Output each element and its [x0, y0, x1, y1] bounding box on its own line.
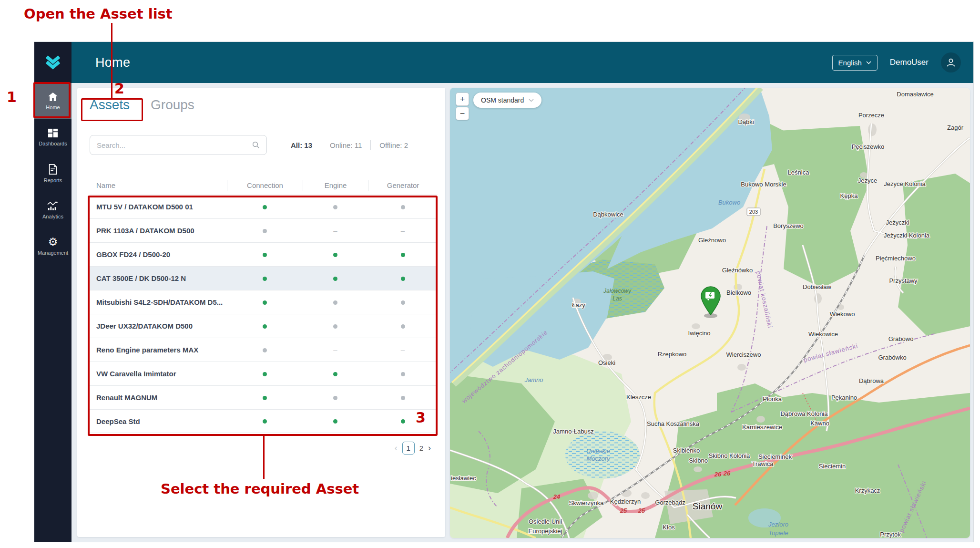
pagination-page-2[interactable]: 2 — [419, 444, 423, 452]
connection-status — [227, 322, 303, 331]
column-header-generator[interactable]: Generator — [368, 180, 438, 191]
status-dot-icon — [333, 253, 337, 257]
map-label: 25 — [620, 507, 627, 514]
sidebar-item-home[interactable]: Home — [34, 83, 71, 119]
asset-name[interactable]: Reno Engine parameters MAX — [90, 346, 227, 354]
map-panel[interactable]: + − OSM standard — [450, 88, 970, 538]
map-zoom-out-button[interactable]: − — [456, 107, 469, 120]
language-selector[interactable]: English — [832, 55, 878, 71]
asset-name[interactable]: VW Caravella Imimtator — [90, 370, 227, 378]
status-dot-icon — [263, 300, 267, 305]
sidebar-item-analytics[interactable]: Analytics — [34, 192, 71, 228]
asset-name[interactable]: Renault MAGNUM — [90, 393, 227, 402]
annotation-open-asset-list: Open the Asset list — [24, 6, 173, 22]
map-label: Skibno Kolonia — [709, 452, 750, 459]
map-label: Rzepkowo — [658, 351, 687, 358]
asset-name[interactable]: GBOX FD24 / D500-20 — [90, 250, 227, 258]
asset-name[interactable]: MTU 5V / DATAKOM D500 01 — [90, 203, 227, 211]
tab-groups[interactable]: Groups — [151, 97, 194, 113]
asset-name[interactable]: PRK 1103A / DATAKOM D500 — [90, 227, 227, 235]
status-dot-icon — [401, 396, 405, 400]
map-label: Jeżyczki — [886, 219, 909, 226]
filter-online[interactable]: Online: 11 — [330, 141, 362, 149]
filter-offline[interactable]: Offline: 2 — [379, 141, 408, 149]
generator-status — [368, 274, 438, 283]
sidebar-item-label: Dashboards — [39, 141, 67, 146]
status-dot-icon — [401, 300, 405, 305]
connection-status — [227, 250, 303, 259]
table-row[interactable]: CAT 3500E / DK D500-12 N — [90, 266, 438, 290]
map-label: Gleźnówko — [722, 267, 753, 274]
map-label: Dąbki — [738, 118, 754, 125]
map-label: Iwięcino — [688, 330, 711, 337]
map-label: Kłos — [663, 524, 675, 531]
search-input[interactable] — [97, 141, 252, 149]
map-label: Sucha Koszalińska — [647, 420, 700, 427]
map-layer-selector[interactable]: OSM standard — [473, 93, 541, 108]
map-label: Bukowo Morskie — [741, 181, 786, 188]
pagination-next-icon[interactable]: › — [428, 443, 431, 453]
generator-status — [368, 393, 438, 402]
map-zoom-in-button[interactable]: + — [456, 93, 469, 106]
engine-status — [303, 417, 368, 425]
filter-divider — [321, 140, 321, 150]
filter-all[interactable]: All: 13 — [291, 141, 312, 149]
status-dot-icon — [401, 277, 405, 281]
map-label: Pięćmiechowo — [876, 255, 916, 262]
user-avatar[interactable] — [941, 52, 961, 72]
table-row[interactable]: MTU 5V / DATAKOM D500 01 — [90, 195, 438, 218]
app-logo[interactable] — [34, 42, 71, 83]
column-header-name[interactable]: Name — [90, 180, 227, 191]
sidebar-item-label: Home — [46, 104, 60, 110]
table-row[interactable]: Mitsubishi S4L2-SDH/DATAKOM D5... — [90, 290, 438, 314]
panel-tabs: Assets Groups — [90, 97, 194, 113]
sidebar-item-reports[interactable]: Reports — [34, 155, 71, 192]
asset-name[interactable]: CAT 3500E / DK D500-12 N — [90, 274, 227, 282]
map-label: Dąbkowice — [593, 211, 623, 218]
asset-name[interactable]: JDeer UX32/DATAKOM D500 — [90, 322, 227, 330]
table-row[interactable]: Reno Engine parameters MAX–– — [90, 338, 438, 362]
sidebar-item-dashboards[interactable]: Dashboards — [34, 119, 71, 155]
engine-status — [303, 250, 368, 259]
table-row[interactable]: PRK 1103A / DATAKOM D500–– — [90, 218, 438, 242]
status-dot-icon — [263, 324, 267, 329]
map-label: Przystawy — [889, 277, 918, 284]
map-label: Grabówko — [878, 354, 906, 361]
sidebar-item-label: Analytics — [42, 214, 63, 219]
column-header-connection[interactable]: Connection — [227, 180, 303, 191]
map-label: 26 — [714, 471, 722, 478]
map-label: Kędzierzyn — [610, 498, 641, 505]
table-row[interactable]: JDeer UX32/DATAKOM D500 — [90, 314, 438, 338]
status-dot-icon — [263, 372, 267, 376]
map-canvas[interactable]: DomasławicePorzeczeZagórDąbkiPęciszewkoL… — [450, 88, 970, 538]
table-row[interactable]: DeepSea Std — [90, 409, 438, 433]
asset-table-body: MTU 5V / DATAKOM D500 01PRK 1103A / DATA… — [90, 195, 438, 433]
pagination-prev-icon[interactable]: ‹ — [395, 443, 398, 453]
tab-assets[interactable]: Assets — [90, 97, 130, 113]
map-label: Trawica — [752, 460, 774, 467]
connection-status — [227, 370, 303, 378]
map-label: Wiekowo — [830, 310, 855, 318]
table-row[interactable]: Renault MAGNUM — [90, 385, 438, 409]
table-row[interactable]: GBOX FD24 / D500-20 — [90, 242, 438, 266]
map-label: Grabowo — [888, 335, 914, 342]
status-dot-icon — [401, 372, 405, 376]
connection-status — [227, 417, 303, 425]
person-icon — [946, 57, 956, 68]
pagination-page-1[interactable]: 1 — [402, 442, 415, 455]
column-header-engine[interactable]: Engine — [303, 180, 368, 191]
search-icon — [252, 141, 260, 149]
map-label: Bukowo — [718, 199, 740, 206]
engine-status: – — [303, 227, 368, 235]
map-label: Wierciszewo — [726, 351, 761, 358]
asset-name[interactable]: DeepSea Std — [90, 417, 227, 425]
asset-name[interactable]: Mitsubishi S4L2-SDH/DATAKOM D5... — [90, 298, 227, 306]
status-dot-icon — [333, 205, 337, 209]
status-dot-icon — [333, 300, 337, 305]
status-dot-icon — [333, 372, 337, 376]
generator-status — [368, 322, 438, 331]
table-row[interactable]: VW Caravella Imimtator — [90, 362, 438, 385]
engine-status: – — [303, 346, 368, 354]
sidebar-item-management[interactable]: ⚙ Management — [34, 228, 71, 264]
map-label: Skibno — [689, 457, 708, 464]
